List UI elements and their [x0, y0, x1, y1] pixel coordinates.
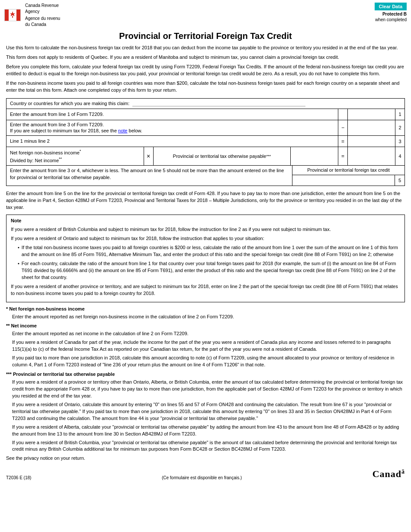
- intro-para2: This form does not apply to residents of…: [6, 54, 405, 61]
- note-bullet2-text: For each country, calculate the ratio of…: [22, 260, 400, 281]
- note-section: Note If you were a resident of British C…: [6, 215, 405, 302]
- intro-para3: Before you complete this form, calculate…: [6, 64, 405, 77]
- row5-label: Enter the amount from line 3 or 4, which…: [6, 166, 292, 186]
- footnote-star2: ** Net income Enter the amount reported …: [6, 323, 405, 369]
- canada-flag: [4, 9, 21, 21]
- row4-result-box[interactable]: [347, 147, 395, 165]
- footnote-star1-para: Enter the amount reported as net foreign…: [12, 314, 405, 320]
- row1-label: Enter the amount from line 1 of Form T22…: [6, 109, 338, 120]
- row4-left-line1: Net foreign non-business income*: [10, 148, 140, 156]
- footnote-star3-para3: If you were a resident of Alberta, calcu…: [12, 424, 405, 438]
- row1-symbol: [338, 109, 347, 120]
- row2-input[interactable]: [348, 120, 395, 136]
- row4-star1: *: [80, 149, 81, 153]
- row1-input[interactable]: [348, 109, 395, 120]
- note-bullet1-text: If the total non-business income taxes y…: [22, 244, 400, 258]
- footnote-star2-para3: If you paid tax to more than one jurisdi…: [12, 355, 405, 369]
- row4-num: 4: [395, 147, 405, 165]
- form-section: Country or countries for which you are m…: [6, 98, 405, 186]
- country-label: Country or countries for which you are m…: [10, 101, 129, 106]
- row5-right: Provincial or territorial foreign tax cr…: [292, 166, 405, 186]
- top-bar: Canada Revenue Agency Agence du revenu d…: [0, 0, 411, 29]
- form-row-2: Enter the amount from line 3 of Form T22…: [6, 120, 405, 136]
- note-para1: If you were a resident of British Columb…: [11, 226, 400, 233]
- agency-line1: Canada Revenue: [25, 3, 59, 8]
- protected-line2: when completed: [375, 17, 407, 22]
- footnote-star3-title: *** Provincial or territorial tax otherw…: [6, 371, 405, 378]
- agency-fr-line1: Agence du revenu: [25, 16, 60, 21]
- row1-input-box[interactable]: [347, 109, 395, 120]
- row5-right-label: Provincial or territorial foreign tax cr…: [292, 166, 405, 175]
- footnote-star1-title: * Net foreign non-business income: [6, 306, 405, 313]
- row1-number: 1: [395, 109, 405, 120]
- footnote-star2-title: ** Net income: [6, 323, 405, 330]
- row4-eq: =: [338, 147, 347, 165]
- note-title: Note: [11, 218, 400, 224]
- row2-symbol: −: [338, 120, 347, 136]
- bullet-char-2: •: [18, 260, 19, 281]
- content-area: Use this form to calculate the non-busin…: [0, 45, 411, 461]
- top-right: Clear Data Protected B when completed: [375, 3, 407, 22]
- enter-line5-text: Enter the amount from line 5 on the line…: [6, 190, 405, 211]
- svg-rect-2: [16, 10, 20, 21]
- protected-line1: Protected B: [375, 11, 407, 17]
- svg-rect-0: [5, 10, 9, 21]
- canada-wordmark: Canadä: [372, 468, 405, 480]
- intro-para1: Use this form to calculate the non-busin…: [6, 45, 405, 51]
- row4-star3: ***: [266, 154, 271, 159]
- bottom-bar: T2036 E (18) (Ce formulaire est disponib…: [0, 465, 411, 483]
- form-row-4: Net foreign non-business income* Divided…: [6, 147, 405, 166]
- footnote-star3: *** Provincial or territorial tax otherw…: [6, 371, 405, 453]
- logo-section: Canada Revenue Agency Agence du revenu d…: [4, 3, 60, 28]
- note-link[interactable]: note: [118, 128, 127, 133]
- agency-line2: Agency: [25, 9, 39, 14]
- agency-text: Canada Revenue Agency Agence du revenu d…: [25, 3, 60, 28]
- row5-input-row: 5: [292, 175, 405, 186]
- svg-rect-4: [12, 16, 13, 18]
- note-para3: If you were a resident of another provin…: [11, 283, 400, 297]
- note-para2: If you were a resident of Ontario and su…: [11, 235, 400, 242]
- row2-label-line2: If you are subject to minimum tax for 20…: [10, 128, 142, 134]
- country-input[interactable]: [132, 101, 305, 106]
- row4-left: Net foreign non-business income* Divided…: [6, 147, 144, 165]
- row5-num: 5: [395, 175, 405, 186]
- row4-x: ×: [144, 147, 153, 165]
- form-id: T2036 E (18): [6, 475, 31, 480]
- french-text: (Ce formulaire est disponible en françai…: [162, 475, 242, 480]
- row4-left-line2: Divided by: Net income**: [10, 156, 140, 164]
- protected-text: Protected B when completed: [375, 11, 407, 22]
- row3-label: Line 1 minus line 2: [6, 136, 338, 147]
- row2-label: Enter the amount from line 3 of Form T22…: [6, 120, 338, 136]
- bullet-char-1: •: [18, 244, 19, 258]
- country-row: Country or countries for which you are m…: [6, 99, 405, 109]
- row2-input-box[interactable]: [347, 120, 395, 136]
- footnote-star3-para1: If you were a resident of a province or …: [12, 379, 405, 400]
- row4-input[interactable]: [291, 147, 338, 165]
- form-row-3: Line 1 minus line 2 = 3: [6, 136, 405, 147]
- row3-symbol: =: [338, 136, 347, 147]
- form-row-1: Enter the amount from line 1 of Form T22…: [6, 109, 405, 120]
- page-title: Provincial or Territorial Foreign Tax Cr…: [4, 31, 407, 41]
- row3-input-box[interactable]: [347, 136, 395, 147]
- row5-input[interactable]: [292, 175, 395, 186]
- footnote-star3-para2: If you were a resident of Ontario, calcu…: [12, 401, 405, 422]
- footnote-star3-para4: If you were a resident of British Columb…: [12, 439, 405, 453]
- row5-input-box[interactable]: [292, 175, 395, 186]
- row2-label-line1: Enter the amount from line 3 of Form T22…: [10, 122, 142, 128]
- row3-number: 3: [395, 136, 405, 147]
- row4-star2: **: [59, 157, 62, 161]
- row4-result-input[interactable]: [348, 147, 395, 165]
- row4-input-box[interactable]: [290, 147, 338, 165]
- footnote-star1: * Net foreign non-business income Enter …: [6, 306, 405, 320]
- note-bullet2: • For each country, calculate the ratio …: [18, 260, 400, 281]
- footnote-star2-para1: Enter the amount reported as net income …: [12, 330, 405, 337]
- row2-number: 2: [395, 120, 405, 136]
- note-bullet1: • If the total non-business income taxes…: [18, 244, 400, 258]
- row3-input[interactable]: [348, 136, 395, 147]
- privacy-text: See the privacy notice on your return.: [6, 455, 405, 461]
- form-row-5: Enter the amount from line 3 or 4, which…: [6, 166, 405, 186]
- row4-middle: Provincial or territorial tax otherwise …: [153, 147, 291, 165]
- intro-para4: If the non-business income taxes you pai…: [6, 80, 405, 94]
- clear-data-button[interactable]: Clear Data: [375, 3, 407, 10]
- footnote-star2-para2: If you were a resident of Canada for par…: [12, 339, 405, 353]
